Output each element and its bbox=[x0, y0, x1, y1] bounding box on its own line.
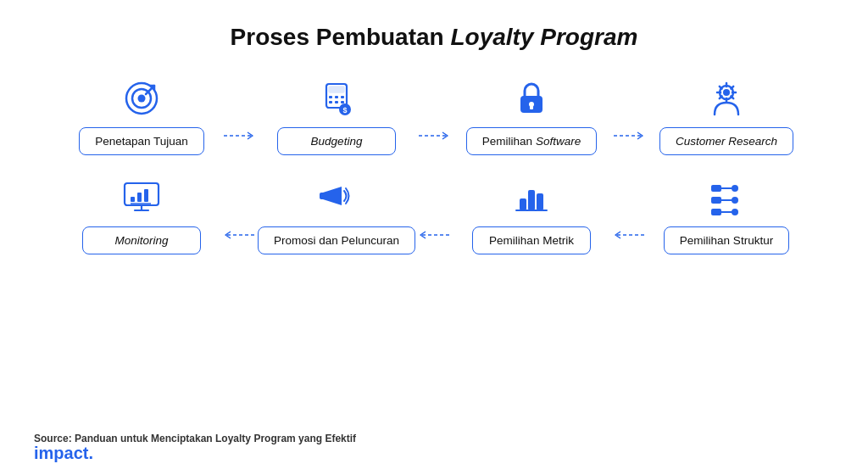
arrow-3-4 bbox=[612, 76, 646, 155]
svg-rect-10 bbox=[329, 101, 332, 103]
box-budgeting: Budgeting bbox=[277, 127, 396, 155]
box-promosi-peluncuran: Promosi dan Peluncuran bbox=[258, 226, 415, 254]
box-pemilihan-struktur: Pemilihan Struktur bbox=[664, 226, 789, 254]
icon-target bbox=[122, 76, 161, 120]
svg-point-49 bbox=[732, 197, 738, 204]
svg-rect-8 bbox=[335, 96, 338, 98]
svg-rect-47 bbox=[711, 209, 721, 215]
icon-lock bbox=[512, 76, 551, 120]
svg-point-21 bbox=[723, 89, 730, 96]
diagram: Penetapan Tujuan bbox=[34, 76, 834, 254]
arrow-7-6 bbox=[417, 176, 451, 254]
svg-rect-42 bbox=[537, 193, 543, 210]
svg-rect-45 bbox=[711, 185, 721, 192]
step-pemilihan-struktur: Pemilihan Struktur bbox=[646, 176, 807, 254]
step-pemilihan-software: Pemilihan Software bbox=[451, 76, 612, 155]
svg-point-48 bbox=[732, 185, 738, 192]
svg-rect-40 bbox=[520, 198, 526, 210]
svg-point-2 bbox=[138, 95, 146, 103]
row-2: Monitoring bbox=[34, 176, 834, 254]
page-title: Proses Pembuatan Loyalty Program bbox=[231, 24, 638, 51]
step-pemilihan-metrik: Pemilihan Metrik bbox=[451, 176, 612, 254]
icon-structure bbox=[704, 176, 748, 220]
svg-rect-38 bbox=[320, 193, 325, 199]
icon-bar-chart bbox=[509, 176, 554, 220]
page: Proses Pembuatan Loyalty Program bbox=[0, 0, 868, 475]
svg-rect-7 bbox=[329, 96, 332, 98]
source-text: Source: Panduan untuk Menciptakan Loyalt… bbox=[34, 433, 356, 444]
box-monitoring: Monitoring bbox=[82, 226, 201, 254]
box-customer-research: Customer Research bbox=[659, 127, 793, 155]
step-budgeting: $ Budgeting bbox=[256, 76, 417, 155]
brand-logo: impact. bbox=[34, 444, 93, 463]
svg-rect-41 bbox=[528, 190, 535, 210]
svg-text:$: $ bbox=[342, 106, 347, 115]
svg-rect-32 bbox=[137, 193, 142, 202]
arrow-8-7 bbox=[612, 176, 646, 254]
step-customer-research: Customer Research bbox=[646, 76, 807, 155]
svg-rect-18 bbox=[530, 105, 533, 109]
step-penetapan-tujuan: Penetapan Tujuan bbox=[61, 76, 222, 155]
row-1: Penetapan Tujuan bbox=[34, 76, 834, 155]
step-promosi-peluncuran: Promosi dan Peluncuran bbox=[256, 176, 417, 254]
svg-rect-46 bbox=[711, 197, 721, 204]
svg-rect-12 bbox=[341, 101, 344, 103]
svg-rect-33 bbox=[144, 189, 148, 202]
svg-rect-31 bbox=[131, 197, 135, 202]
box-penetapan-tujuan: Penetapan Tujuan bbox=[79, 127, 204, 155]
svg-rect-11 bbox=[335, 101, 338, 103]
step-monitoring: Monitoring bbox=[61, 176, 222, 254]
arrow-6-5 bbox=[222, 176, 256, 254]
icon-user-settings bbox=[704, 76, 748, 120]
arrow-2-3 bbox=[417, 76, 451, 155]
arrow-1-2 bbox=[222, 76, 256, 155]
icon-monitor-chart bbox=[120, 176, 164, 220]
svg-point-50 bbox=[732, 209, 738, 215]
box-pemilihan-software: Pemilihan Software bbox=[466, 127, 597, 155]
box-pemilihan-metrik: Pemilihan Metrik bbox=[472, 226, 591, 254]
icon-megaphone bbox=[314, 176, 359, 220]
svg-rect-6 bbox=[329, 87, 344, 92]
svg-rect-9 bbox=[341, 96, 344, 98]
icon-calculator-dollar: $ bbox=[317, 76, 356, 120]
